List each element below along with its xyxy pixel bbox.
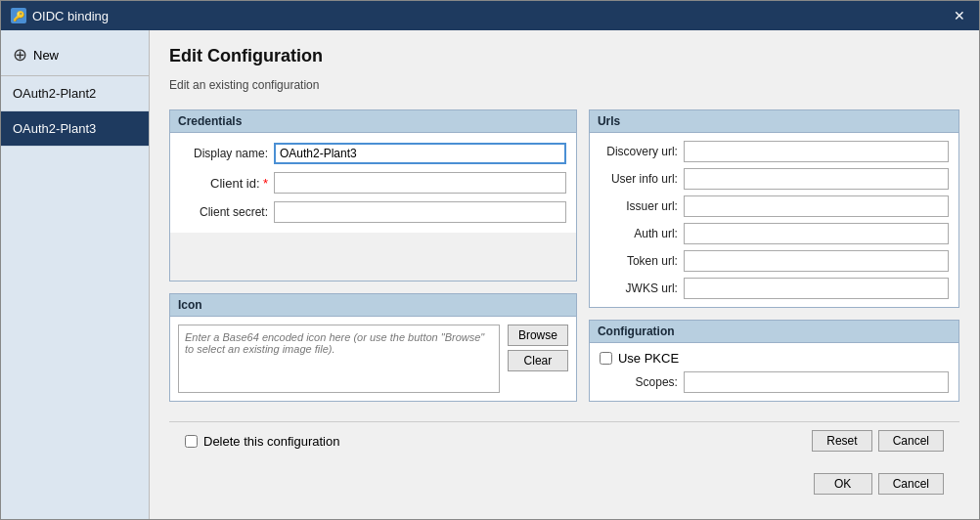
- jwks-url-row: JWKS url:: [600, 278, 949, 299]
- bottom-right: Reset Cancel: [812, 430, 944, 452]
- scopes-label: Scopes:: [600, 375, 678, 389]
- client-secret-input[interactable]: [274, 201, 566, 223]
- auth-url-input[interactable]: [684, 223, 949, 244]
- page-title: Edit Configuration: [169, 46, 959, 66]
- scopes-input[interactable]: [684, 371, 949, 393]
- discovery-url-row: Discovery url:: [600, 141, 949, 162]
- credentials-section: Credentials Display name: Client id: *: [169, 109, 577, 282]
- urls-body: Discovery url: User info url: Issuer url…: [590, 133, 958, 307]
- discovery-url-input[interactable]: [684, 141, 949, 162]
- clear-button[interactable]: Clear: [508, 350, 568, 371]
- right-col: Urls Discovery url: User info url:: [589, 109, 959, 402]
- auth-url-label: Auth url:: [600, 227, 678, 240]
- user-info-url-label: User info url:: [600, 172, 678, 186]
- bottom-left: Delete this configuration: [185, 434, 339, 449]
- display-name-row: Display name:: [180, 143, 566, 164]
- jwks-url-input[interactable]: [684, 278, 949, 299]
- sections-row: Credentials Display name: Client id: *: [169, 109, 959, 402]
- new-icon: ⊕: [13, 44, 27, 65]
- main-window: 🔑 OIDC binding ✕ ⊕ New OAuth2-Plant2 OAu…: [0, 0, 980, 520]
- client-id-row: Client id: *: [180, 172, 566, 194]
- jwks-url-label: JWKS url:: [600, 282, 678, 295]
- title-bar-left: 🔑 OIDC binding: [11, 8, 109, 23]
- use-pkce-checkbox[interactable]: [600, 352, 612, 365]
- use-pkce-row: Use PKCE: [600, 351, 949, 366]
- credentials-body: Display name: Client id: *: [170, 133, 576, 233]
- token-url-input[interactable]: [684, 250, 949, 272]
- bottom-bar: Delete this configuration Reset Cancel: [169, 421, 959, 459]
- main-content: Edit Configuration Edit an existing conf…: [150, 30, 979, 519]
- urls-header: Urls: [590, 110, 958, 133]
- page-subtitle: Edit an existing configuration: [169, 78, 959, 92]
- sidebar-item-label-plant2: OAuth2-Plant2: [13, 86, 96, 101]
- sidebar-new-button[interactable]: ⊕ New: [1, 34, 149, 76]
- ok-button[interactable]: OK: [814, 473, 872, 495]
- cancel-button[interactable]: Cancel: [878, 473, 944, 495]
- bottom-bar-lower: OK Cancel: [169, 469, 959, 504]
- window-body: ⊕ New OAuth2-Plant2 OAuth2-Plant3 Edit C…: [1, 30, 979, 519]
- delete-checkbox[interactable]: [185, 435, 198, 448]
- reset-button[interactable]: Reset: [812, 430, 871, 452]
- icon-header: Icon: [170, 294, 576, 317]
- display-name-input[interactable]: [274, 143, 566, 164]
- icon-body: Browse Clear: [170, 317, 576, 401]
- issuer-url-label: Issuer url:: [600, 199, 678, 213]
- cancel-top-button[interactable]: Cancel: [878, 430, 944, 452]
- icon-buttons: Browse Clear: [508, 325, 568, 393]
- title-bar: 🔑 OIDC binding ✕: [1, 1, 979, 30]
- sidebar-item-oauth2-plant3[interactable]: OAuth2-Plant3: [1, 111, 149, 147]
- app-icon: 🔑: [11, 8, 26, 23]
- sidebar-item-oauth2-plant2[interactable]: OAuth2-Plant2: [1, 76, 149, 111]
- browse-button[interactable]: Browse: [508, 325, 568, 346]
- sidebar-item-label-plant3: OAuth2-Plant3: [13, 121, 96, 136]
- issuer-url-row: Issuer url:: [600, 195, 949, 217]
- close-button[interactable]: ✕: [950, 8, 969, 23]
- sidebar-new-label: New: [33, 48, 59, 63]
- use-pkce-label: Use PKCE: [618, 351, 679, 366]
- display-name-label: Display name:: [180, 147, 268, 160]
- sidebar: ⊕ New OAuth2-Plant2 OAuth2-Plant3: [1, 30, 150, 519]
- credentials-header: Credentials: [170, 110, 576, 133]
- client-secret-row: Client secret:: [180, 201, 566, 223]
- client-id-input[interactable]: [274, 172, 566, 194]
- auth-url-row: Auth url:: [600, 223, 949, 244]
- left-col: Credentials Display name: Client id: *: [169, 109, 577, 402]
- config-header: Configuration: [590, 321, 958, 343]
- client-id-label: Client id: *: [180, 176, 268, 191]
- token-url-label: Token url:: [600, 254, 678, 268]
- config-section: Configuration Use PKCE Scopes:: [589, 320, 959, 402]
- urls-section: Urls Discovery url: User info url:: [589, 109, 959, 308]
- scopes-row: Scopes:: [600, 371, 949, 393]
- user-info-url-row: User info url:: [600, 168, 949, 190]
- user-info-url-input[interactable]: [684, 168, 949, 190]
- required-star: *: [263, 176, 268, 191]
- config-body: Use PKCE Scopes:: [590, 343, 958, 401]
- icon-textarea[interactable]: [178, 325, 500, 393]
- window-title: OIDC binding: [32, 9, 109, 23]
- client-secret-label: Client secret:: [180, 205, 268, 219]
- delete-label: Delete this configuration: [203, 434, 339, 449]
- token-url-row: Token url:: [600, 250, 949, 272]
- issuer-url-input[interactable]: [684, 195, 949, 217]
- discovery-url-label: Discovery url:: [600, 145, 678, 158]
- icon-section: Icon Browse Clear: [169, 293, 577, 402]
